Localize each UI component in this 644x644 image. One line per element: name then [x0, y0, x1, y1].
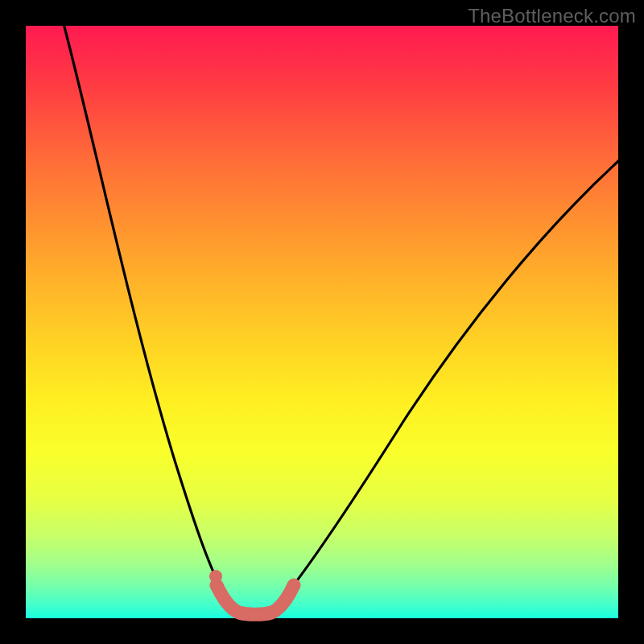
- bottleneck-curve: [26, 26, 618, 618]
- curve-path: [62, 18, 625, 613]
- plot-area: [26, 26, 618, 618]
- accent-dot: [209, 570, 222, 583]
- chart-frame: TheBottleneck.com: [0, 0, 644, 644]
- accent-trough: [217, 585, 294, 614]
- watermark-text: TheBottleneck.com: [468, 5, 636, 27]
